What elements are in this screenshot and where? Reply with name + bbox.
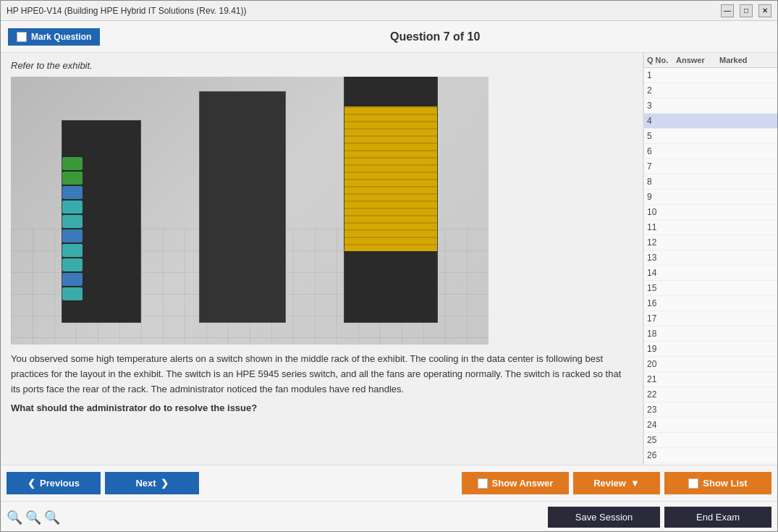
previous-button[interactable]: Previous: [7, 472, 101, 494]
question-list-row[interactable]: 3: [644, 98, 777, 114]
question-list-row[interactable]: 17: [644, 311, 777, 326]
question-list-body[interactable]: 1 2 3 4 5 6 7 8 9 10 11: [644, 68, 777, 465]
question-list-row[interactable]: 26: [644, 448, 777, 463]
question-list-row[interactable]: 21: [644, 372, 777, 387]
zoom-controls: 🔍 🔍 🔍: [7, 510, 60, 525]
q-row-marked: [719, 313, 763, 324]
module-green-1: [62, 157, 83, 170]
q-row-num: 18: [647, 329, 676, 339]
save-session-button[interactable]: Save Session: [548, 507, 660, 528]
zoom-normal-button[interactable]: 🔍: [25, 510, 41, 525]
mark-question-button[interactable]: Mark Question: [8, 28, 100, 46]
q-row-num: 19: [647, 344, 676, 354]
show-list-button[interactable]: ✔ Show List: [664, 472, 771, 494]
minimize-button[interactable]: —: [721, 4, 734, 17]
question-list-row[interactable]: 8: [644, 174, 777, 190]
content-area: Refer to the exhibit.: [1, 53, 643, 465]
question-list-panel: Q No. Answer Marked 1 2 3 4 5 6 7 8: [643, 53, 777, 465]
next-chevron-icon: [161, 478, 169, 489]
question-list-row[interactable]: 7: [644, 159, 777, 174]
question-list-row[interactable]: 4: [644, 114, 777, 129]
rack-left-modules: [62, 157, 84, 300]
q-row-marked: [719, 298, 763, 308]
q-row-num: 23: [647, 405, 676, 415]
q-row-marked: [719, 405, 763, 415]
zoom-out-button[interactable]: 🔍: [44, 510, 60, 525]
review-button[interactable]: Review ▼: [573, 472, 660, 494]
q-row-marked: [719, 70, 763, 80]
question-list-row[interactable]: 1: [644, 68, 777, 83]
q-row-answer: [676, 313, 719, 324]
q-row-answer: [676, 237, 719, 248]
q-row-num: 26: [647, 450, 676, 460]
q-row-answer: [676, 70, 719, 80]
module-teal-3: [62, 244, 83, 257]
next-button[interactable]: Next: [105, 472, 199, 494]
q-row-marked: [719, 359, 763, 369]
q-row-answer: [676, 420, 719, 430]
q-row-marked: [719, 131, 763, 141]
rack-middle: [199, 91, 286, 323]
q-row-answer: [676, 192, 719, 202]
module-blue-3: [62, 273, 83, 286]
q-row-answer: [676, 374, 719, 384]
question-list-row[interactable]: 11: [644, 220, 777, 235]
exhibit-background: [11, 77, 489, 345]
question-list-row[interactable]: 16: [644, 296, 777, 311]
q-row-num: 12: [647, 237, 676, 248]
q-row-answer: [676, 207, 719, 217]
q-row-num: 4: [647, 116, 676, 126]
q-row-answer: [676, 116, 719, 126]
question-list-row[interactable]: 12: [644, 235, 777, 250]
module-teal-5: [62, 287, 83, 300]
show-answer-button[interactable]: Show Answer: [462, 472, 569, 494]
question-list-row[interactable]: 27: [644, 463, 777, 465]
question-list-row[interactable]: 6: [644, 144, 777, 159]
q-row-num: 2: [647, 85, 676, 96]
question-list-row[interactable]: 20: [644, 357, 777, 372]
question-list-row[interactable]: 19: [644, 342, 777, 357]
q-row-answer: [676, 329, 719, 339]
q-row-answer: [676, 359, 719, 369]
question-list-row[interactable]: 23: [644, 402, 777, 418]
module-green-2: [62, 172, 83, 185]
maximize-button[interactable]: □: [740, 4, 753, 17]
q-row-num: 21: [647, 374, 676, 384]
question-list-row[interactable]: 22: [644, 387, 777, 402]
bottom-toolbar: Previous Next Show Answer Review ▼ ✔ Sho…: [1, 465, 777, 501]
review-label: Review: [593, 478, 626, 489]
question-list-row[interactable]: 25: [644, 433, 777, 448]
q-row-answer: [676, 344, 719, 354]
mark-question-label: Mark Question: [31, 32, 91, 42]
yellow-panel: [344, 106, 437, 251]
q-row-num: 7: [647, 161, 676, 172]
zoom-in-button[interactable]: 🔍: [7, 510, 22, 525]
q-row-answer: [676, 161, 719, 172]
close-button[interactable]: ✕: [758, 4, 771, 17]
q-row-marked: [719, 85, 763, 96]
exhibit-image: [11, 77, 489, 345]
q-row-marked: [719, 420, 763, 430]
end-exam-button[interactable]: End Exam: [664, 507, 771, 528]
rack-group: [62, 77, 438, 323]
show-answer-checkbox-icon: [478, 478, 488, 489]
q-row-answer: [676, 85, 719, 96]
q-row-marked: [719, 253, 763, 263]
question-list-row[interactable]: 24: [644, 418, 777, 433]
q-row-num: 1: [647, 70, 676, 80]
question-list-row[interactable]: 14: [644, 266, 777, 281]
marked-header: Marked: [719, 56, 763, 64]
question-list-row[interactable]: 5: [644, 129, 777, 144]
question-list-row[interactable]: 13: [644, 250, 777, 266]
question-list-row[interactable]: 9: [644, 190, 777, 205]
q-row-num: 14: [647, 268, 676, 278]
q-row-num: 17: [647, 313, 676, 324]
q-row-num: 5: [647, 131, 676, 141]
rack-left: [62, 120, 141, 323]
q-row-num: 3: [647, 101, 676, 111]
question-list-row[interactable]: 15: [644, 281, 777, 296]
q-row-marked: [719, 329, 763, 339]
question-list-row[interactable]: 10: [644, 205, 777, 220]
question-list-row[interactable]: 18: [644, 326, 777, 342]
question-list-row[interactable]: 2: [644, 83, 777, 98]
